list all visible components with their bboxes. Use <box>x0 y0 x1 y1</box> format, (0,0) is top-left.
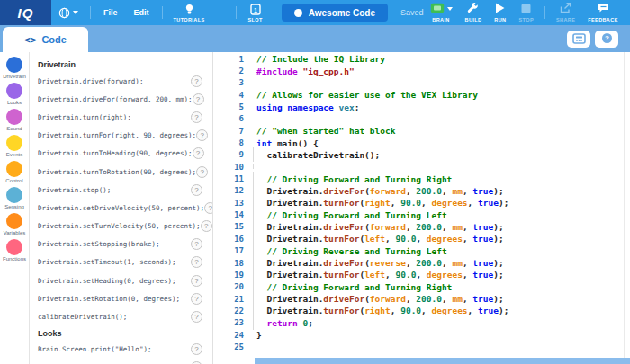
horizontal-scrollbar[interactable] <box>255 358 630 364</box>
snippet-code: Drivetrain.stop(); <box>38 186 111 194</box>
category-sensing[interactable]: Sensing <box>0 187 29 213</box>
line-content: // Include the IQ Library <box>255 54 385 64</box>
slot-button[interactable]: 1 SLOT <box>241 0 268 25</box>
category-variables[interactable]: Variables <box>0 213 29 239</box>
line-content: #include "iq_cpp.h" <box>255 67 355 76</box>
line-content: Drivetrain.turnFor(left, 90.0, degrees, … <box>255 234 504 244</box>
category-dot-icon <box>6 187 22 203</box>
snippet-help-button[interactable]: ? <box>196 129 208 141</box>
snippet-row[interactable]: Drivetrain.setTimeout(1, seconds);? <box>38 253 212 271</box>
code-line: 22 Drivetrain.turnFor(right, 90.0, degre… <box>213 305 623 316</box>
snippet-row[interactable]: Drivetrain.turn(right);? <box>38 108 212 126</box>
header-separator <box>90 6 91 19</box>
line-content: Drivetrain.driveFor(forward, 200.0, mm, … <box>255 186 504 196</box>
code-brackets-icon: <> <box>24 34 36 46</box>
code-editor[interactable]: 1// Include the IQ Library2#include "iq_… <box>213 52 630 364</box>
snippet-help-button[interactable]: ? <box>204 202 213 214</box>
code-line: 25 <box>213 341 623 352</box>
category-looks[interactable]: Looks <box>0 83 29 109</box>
code-line: 11 // Driving Forward and Turning Right <box>213 173 623 184</box>
globe-icon <box>58 7 70 19</box>
category-dot-icon <box>6 161 22 177</box>
edit-menu[interactable]: Edit <box>126 8 158 17</box>
line-content: // "when started" hat block <box>255 126 395 136</box>
line-content: // Driving Reverse and Turning Left <box>255 246 447 256</box>
code-line: 24} <box>213 329 623 341</box>
snippet-help-button[interactable]: ? <box>191 184 202 196</box>
snippet-row[interactable]: Drivetrain.turnFor(right, 90, degrees);? <box>38 127 212 145</box>
stop-button[interactable]: STOP <box>512 0 539 25</box>
category-functions[interactable]: Functions <box>0 239 29 265</box>
category-label: Looks <box>7 100 22 105</box>
snippet-row[interactable]: calibrateDrivetrain();? <box>38 307 212 325</box>
snippet-row[interactable]: Drivetrain.turnToHeading(90, degrees);? <box>38 145 212 163</box>
tab-code[interactable]: <> Code <box>3 27 88 52</box>
line-content: // Driving Forward and Turning Right <box>255 282 452 292</box>
snippet-help-button[interactable]: ? <box>191 256 202 268</box>
snippet-help-button[interactable]: ? <box>191 293 202 305</box>
share-button[interactable]: SHARE <box>550 0 581 25</box>
category-events[interactable]: Events <box>0 135 29 161</box>
file-menu[interactable]: File <box>95 8 126 17</box>
category-sound[interactable]: Sound <box>0 109 29 135</box>
project-name-field[interactable]: Awesome Code <box>282 4 388 22</box>
code-line: 7// "when started" hat block <box>213 125 623 137</box>
snippet-row[interactable]: Drivetrain.setRotation(0, degrees);? <box>38 289 212 307</box>
brain-button[interactable]: BRAIN <box>424 0 459 25</box>
snippet-row[interactable]: Drivetrain.turnToRotation(90, degrees);? <box>38 163 212 181</box>
snippet-help-button[interactable]: ? <box>193 93 204 105</box>
line-content: } <box>255 330 262 340</box>
line-number: 1 <box>213 55 244 64</box>
snippet-row[interactable]: Brain.Screen.setCursor(1, 1);? <box>38 359 212 364</box>
run-button[interactable]: RUN <box>488 0 512 25</box>
snippet-code: Drivetrain.setTimeout(1, seconds); <box>38 258 176 266</box>
category-drivetrain[interactable]: Drivetrain <box>0 57 29 83</box>
line-number: 15 <box>213 222 244 231</box>
snippet-help-button[interactable]: ? <box>196 166 208 178</box>
snippet-row[interactable]: Drivetrain.drive(forward);? <box>38 72 212 90</box>
line-content: // Driving Forward and Turning Left <box>255 210 447 220</box>
run-icon <box>495 1 505 17</box>
line-content: Drivetrain.turnFor(left, 90.0, degrees, … <box>255 270 504 280</box>
chevron-down-icon <box>73 11 78 14</box>
feedback-button[interactable]: FEEDBACK <box>581 0 625 25</box>
build-button[interactable]: BUILD <box>459 0 489 25</box>
code-line: 13 Drivetrain.turnFor(right, 90.0, degre… <box>213 197 623 209</box>
vertical-scrollbar[interactable] <box>624 52 625 358</box>
brain-icon <box>430 1 445 17</box>
header-separator <box>544 6 545 19</box>
snippet-row[interactable]: Drivetrain.setTurnVelocity(50, percent);… <box>38 218 212 235</box>
snippet-row[interactable]: Drivetrain.setDriveVelocity(50, percent)… <box>38 199 212 217</box>
snippet-help-button[interactable]: ? <box>191 311 202 323</box>
snippet-row[interactable]: Drivetrain.stop();? <box>38 181 212 199</box>
snippet-row[interactable]: Drivetrain.setStopping(brake);? <box>38 235 212 253</box>
tutorials-button[interactable]: TUTORIALS <box>167 0 212 25</box>
line-content: Drivetrain.turnFor(right, 90.0, degrees,… <box>255 306 508 315</box>
category-label: Sound <box>6 126 22 131</box>
snippet-help-button[interactable]: ? <box>201 220 212 232</box>
chevron-down-icon <box>447 7 453 11</box>
snippet-help-button[interactable]: ? <box>191 111 202 123</box>
snippet-help-button[interactable]: ? <box>191 275 202 287</box>
snippet-help-button[interactable]: ? <box>193 147 204 159</box>
snippet-help-button[interactable]: ? <box>191 238 202 250</box>
device-info-button[interactable] <box>567 31 590 48</box>
help-button[interactable]: ? <box>595 31 618 48</box>
snippet-help-button[interactable]: ? <box>191 75 202 87</box>
category-label: Functions <box>3 256 26 262</box>
section-title: Looks <box>38 326 212 341</box>
category-control[interactable]: Control <box>0 161 29 187</box>
snippet-row[interactable]: Brain.Screen.print("Hello");? <box>38 341 212 359</box>
code-line: 6 <box>213 113 623 125</box>
snippet-code: Drivetrain.setStopping(brake); <box>38 240 159 248</box>
line-number: 16 <box>213 235 244 244</box>
line-content: return 0; <box>255 318 313 328</box>
line-number: 10 <box>213 163 244 172</box>
language-menu[interactable] <box>51 7 86 19</box>
snippet-row[interactable]: Drivetrain.driveFor(forward, 200, mm);? <box>38 90 212 108</box>
line-content: int main() { <box>255 138 319 148</box>
snippet-help-button[interactable]: ? <box>191 343 202 355</box>
line-content: // Driving Forward and Turning Right <box>255 174 452 184</box>
line-number: 3 <box>213 78 244 87</box>
snippet-row[interactable]: Drivetrain.setHeading(0, degrees);? <box>38 271 212 289</box>
